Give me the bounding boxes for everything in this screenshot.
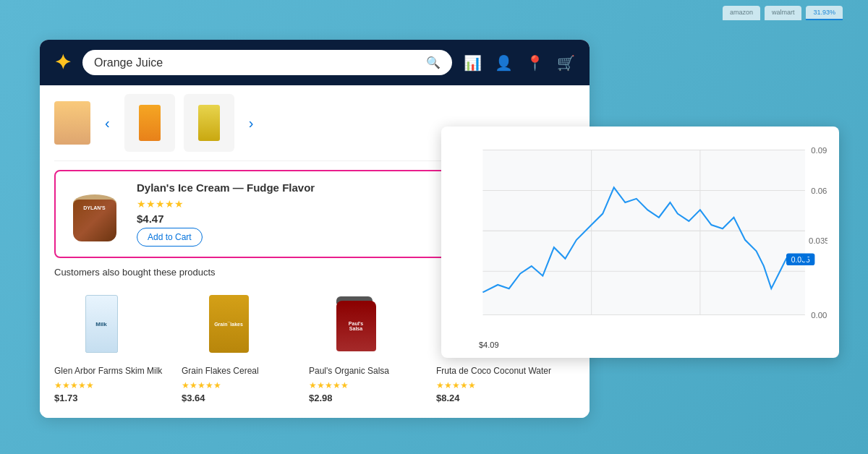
milk-price: $1.73: [54, 393, 170, 403]
product-card-cereal: Grain Flakes Cereal ★★★★★ $3.64: [182, 288, 297, 403]
milk-image[interactable]: [54, 288, 148, 360]
cereal-box: [209, 295, 249, 353]
product-thumb-1[interactable]: [124, 94, 175, 152]
next-arrow[interactable]: ›: [243, 112, 260, 134]
cereal-stars: ★★★★★: [182, 380, 297, 390]
product-card-milk: Glen Arbor Farms Skim Milk ★★★★★ $1.73: [54, 288, 170, 403]
profile-icon[interactable]: 👤: [495, 54, 513, 72]
search-input[interactable]: [94, 56, 420, 69]
chart-panel: 0.09 0.06 0.035 0.00 0.035 $4.09: [441, 127, 839, 358]
cereal-price: $3.64: [182, 393, 297, 403]
salsa-price: $2.98: [309, 393, 425, 403]
product-thumb-2[interactable]: [184, 94, 234, 152]
product-card-salsa: Paul's Organic Salsa ★★★★★ $2.98: [309, 288, 425, 403]
svg-text:0.09: 0.09: [811, 146, 827, 155]
coconut-price: $8.24: [436, 393, 552, 403]
chart-x-label: $4.09: [479, 340, 499, 349]
search-bar[interactable]: 🔍: [82, 50, 452, 75]
walmart-navbar: ✦ 🔍 📊 👤 📍 🛒: [40, 40, 590, 85]
ghost-tab-active: 31.93%: [806, 6, 843, 20]
svg-text:0.035: 0.035: [809, 236, 827, 245]
cereal-name: Grain Flakes Cereal: [182, 366, 297, 377]
salsa-stars: ★★★★★: [309, 380, 425, 390]
salsa-jar: [336, 301, 376, 351]
location-icon[interactable]: 📍: [526, 54, 544, 72]
price-chart: 0.09 0.06 0.035 0.00 0.035: [453, 141, 827, 346]
salsa-image[interactable]: [309, 288, 403, 360]
prev-arrow[interactable]: ‹: [99, 112, 116, 134]
svg-rect-0: [482, 150, 804, 315]
svg-text:0.00: 0.00: [811, 311, 827, 320]
featured-product-image: DYLAN'S: [67, 185, 125, 243]
svg-text:0.06: 0.06: [811, 187, 827, 195]
ghost-tab-2: walmart: [765, 6, 802, 20]
bar-chart-icon[interactable]: 📊: [464, 54, 482, 72]
ghost-tab-area: amazon walmart 31.93%: [723, 6, 843, 20]
product-main-image: [54, 101, 90, 145]
nav-icons: 📊 👤 📍 🛒: [464, 54, 575, 72]
coconut-name: Fruta de Coco Coconut Water: [436, 366, 552, 377]
milk-stars: ★★★★★: [54, 380, 170, 390]
cereal-image[interactable]: [182, 288, 276, 360]
salsa-name: Paul's Organic Salsa: [309, 366, 425, 377]
milk-carton: [85, 295, 118, 353]
svg-point-14: [802, 256, 808, 262]
ice-cream-tub: DYLAN'S: [73, 200, 116, 241]
search-icon: 🔍: [426, 56, 441, 69]
milk-name: Glen Arbor Farms Skim Milk: [54, 366, 170, 377]
ghost-tab-1: amazon: [723, 6, 760, 20]
coconut-stars: ★★★★★: [436, 380, 552, 390]
walmart-logo: ✦: [54, 51, 71, 74]
add-to-cart-button[interactable]: Add to Cart: [137, 228, 203, 247]
cart-icon[interactable]: 🛒: [557, 54, 575, 72]
